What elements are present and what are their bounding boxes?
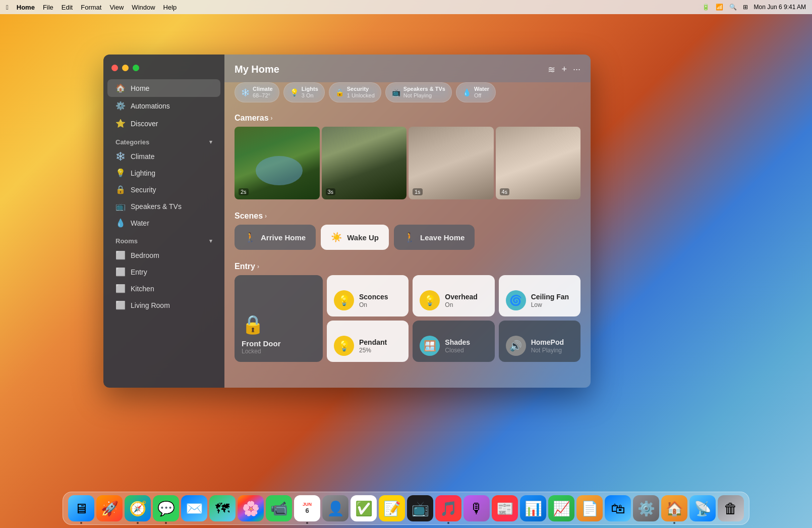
apple-menu[interactable]:  bbox=[6, 4, 9, 11]
app-menu-home[interactable]: Home bbox=[17, 4, 35, 11]
home-dot bbox=[673, 522, 675, 524]
security-pill[interactable]: 🔒 Security 1 Unlocked bbox=[329, 82, 381, 102]
dock-app-settings[interactable]: ⚙️ bbox=[633, 495, 659, 521]
more-options-button[interactable]: ··· bbox=[573, 64, 581, 75]
leave-home-icon: 🚶 bbox=[404, 232, 415, 243]
dock-app-finder[interactable]: 🖥 bbox=[68, 495, 94, 521]
entry-section-title[interactable]: Entry › bbox=[224, 258, 591, 275]
dock-app-mail[interactable]: ✉️ bbox=[181, 495, 207, 521]
maximize-button[interactable] bbox=[133, 65, 139, 71]
menu-format[interactable]: Format bbox=[81, 4, 101, 11]
pendant-icon-circle: 💡 bbox=[334, 336, 354, 356]
water-pill[interactable]: 💧 Water Off bbox=[456, 82, 496, 102]
climate-icon: ❄️ bbox=[115, 151, 126, 161]
sidebar-item-speakers-tvs[interactable]: 📺 Speakers & TVs bbox=[107, 198, 220, 215]
shades-content: 🪟 Shades Closed bbox=[420, 336, 487, 356]
automations-icon: ⚙️ bbox=[115, 101, 126, 111]
sidebar-item-automations[interactable]: ⚙️ Automations bbox=[107, 97, 220, 115]
ceiling-fan-label: Ceiling Fan bbox=[531, 292, 569, 301]
sidebar-item-entry[interactable]: ⬜ Entry bbox=[107, 263, 220, 280]
sidebar-item-bedroom[interactable]: ⬜ Bedroom bbox=[107, 247, 220, 263]
wifi-icon[interactable]: 📶 bbox=[716, 4, 723, 11]
menu-edit[interactable]: Edit bbox=[62, 4, 73, 11]
close-button[interactable] bbox=[111, 65, 118, 71]
dock-app-launchpad[interactable]: 🚀 bbox=[96, 495, 123, 521]
camera-feed-pool[interactable]: 2s bbox=[235, 127, 320, 199]
front-door-card[interactable]: 🔒 Front Door Locked bbox=[235, 275, 323, 362]
ceiling-fan-text: Ceiling Fan Low bbox=[531, 292, 569, 308]
dock-app-safari[interactable]: 🧭 bbox=[125, 495, 151, 521]
scenes-section-title[interactable]: Scenes › bbox=[224, 207, 591, 225]
camera-feed-indoor1[interactable]: 1s bbox=[409, 127, 494, 199]
sidebar-item-water[interactable]: 💧 Water bbox=[107, 215, 220, 231]
dock-app-numbers[interactable]: 📈 bbox=[548, 495, 574, 521]
battery-icon[interactable]: 🔋 bbox=[702, 4, 710, 11]
camera-feed-garage[interactable]: 3s bbox=[322, 127, 407, 199]
entry-icon: ⬜ bbox=[115, 267, 126, 277]
sconces-card[interactable]: 💡 Sconces On bbox=[327, 275, 409, 316]
sidebar-item-security[interactable]: 🔒 Security bbox=[107, 181, 220, 198]
sidebar-item-living-room[interactable]: ⬜ Living Room bbox=[107, 297, 220, 313]
cameras-label: Cameras bbox=[235, 114, 269, 123]
dock-app-calendar[interactable]: JUN6 bbox=[294, 495, 320, 521]
dock-app-podcasts[interactable]: 🎙 bbox=[463, 495, 490, 521]
pendant-card[interactable]: 💡 Pendant 25% bbox=[327, 321, 409, 362]
dock-app-airdrop[interactable]: 📡 bbox=[689, 495, 716, 521]
dock-app-contacts[interactable]: 👤 bbox=[322, 495, 349, 521]
sidebar-item-discover[interactable]: ⭐ Discover bbox=[107, 115, 220, 132]
camera-feed-indoor2[interactable]: 4s bbox=[496, 127, 581, 199]
lights-pill[interactable]: 💡 Lights 3 On bbox=[283, 82, 325, 102]
wake-up-button[interactable]: ☀️ Wake Up bbox=[321, 225, 389, 250]
menu-view[interactable]: View bbox=[109, 4, 124, 11]
dock-app-appletv[interactable]: 📺 bbox=[407, 495, 433, 521]
siri-button[interactable]: ≋ bbox=[548, 64, 555, 75]
settings-icon: ⚙️ bbox=[637, 500, 655, 517]
menu-window[interactable]: Window bbox=[132, 4, 155, 11]
dock-app-facetime[interactable]: 📹 bbox=[266, 495, 292, 521]
menu-help[interactable]: Help bbox=[163, 4, 177, 11]
arrive-home-button[interactable]: 🚶 Arrive Home bbox=[235, 225, 316, 250]
dock-app-trash[interactable]: 🗑 bbox=[718, 495, 744, 521]
leave-home-button[interactable]: 🚶 Leave Home bbox=[394, 225, 475, 250]
dock-app-news[interactable]: 📰 bbox=[492, 495, 518, 521]
sidebar-item-lighting[interactable]: 💡 Lighting bbox=[107, 165, 220, 181]
shades-icon-circle: 🪟 bbox=[420, 336, 440, 356]
dock-app-appstore[interactable]: 🛍 bbox=[605, 495, 631, 521]
ceiling-fan-card[interactable]: 🌀 Ceiling Fan Low bbox=[499, 275, 581, 316]
shades-card[interactable]: 🪟 Shades Closed bbox=[413, 321, 494, 362]
speakers-pill[interactable]: 📺 Speakers & TVs Not Playing bbox=[385, 82, 452, 102]
dock-app-keynote[interactable]: 📊 bbox=[520, 495, 546, 521]
menu-file[interactable]: File bbox=[43, 4, 53, 11]
minimize-button[interactable] bbox=[122, 65, 129, 71]
sidebar-item-home[interactable]: 🏠 Home bbox=[107, 79, 220, 97]
overhead-text: Overhead On bbox=[445, 292, 478, 308]
sidebar-item-kitchen[interactable]: ⬜ Kitchen bbox=[107, 280, 220, 297]
rooms-header[interactable]: Rooms ▾ bbox=[103, 231, 224, 247]
overhead-card[interactable]: 💡 Overhead On bbox=[413, 275, 494, 316]
cameras-section-title[interactable]: Cameras › bbox=[224, 110, 591, 127]
dock-app-notes[interactable]: 📝 bbox=[379, 495, 405, 521]
climate-pill-icon: ❄️ bbox=[241, 88, 250, 96]
safari-dot bbox=[137, 522, 139, 524]
homepod-card[interactable]: 🔊 HomePod Not Playing bbox=[499, 321, 581, 362]
shades-sub: Closed bbox=[445, 347, 470, 354]
dock-app-pages[interactable]: 📄 bbox=[576, 495, 603, 521]
dock-app-home[interactable]: 🏠 bbox=[661, 495, 687, 521]
sidebar-item-climate[interactable]: ❄️ Climate bbox=[107, 148, 220, 165]
add-button[interactable]: + bbox=[561, 64, 567, 75]
control-center-icon[interactable]: ⊞ bbox=[743, 4, 748, 11]
categories-header[interactable]: Categories ▾ bbox=[103, 132, 224, 148]
rooms-label: Rooms bbox=[115, 237, 138, 245]
main-header: My Home ≋ + ··· bbox=[224, 55, 591, 82]
climate-pill[interactable]: ❄️ Climate 68–72° bbox=[235, 82, 279, 102]
climate-pill-text: Climate 68–72° bbox=[253, 86, 273, 99]
safari-icon: 🧭 bbox=[129, 500, 147, 517]
dock-app-maps[interactable]: 🗺 bbox=[209, 495, 236, 521]
main-content: My Home ≋ + ··· ❄️ Climate 68–72° 💡 Ligh… bbox=[224, 55, 591, 388]
dock-app-photos[interactable]: 🌸 bbox=[238, 495, 264, 521]
page-title: My Home bbox=[235, 64, 279, 75]
dock-app-music[interactable]: 🎵 bbox=[435, 495, 461, 521]
dock-app-reminders[interactable]: ✅ bbox=[351, 495, 377, 521]
dock-app-messages[interactable]: 💬 bbox=[153, 495, 179, 521]
search-icon[interactable]: 🔍 bbox=[729, 4, 737, 11]
